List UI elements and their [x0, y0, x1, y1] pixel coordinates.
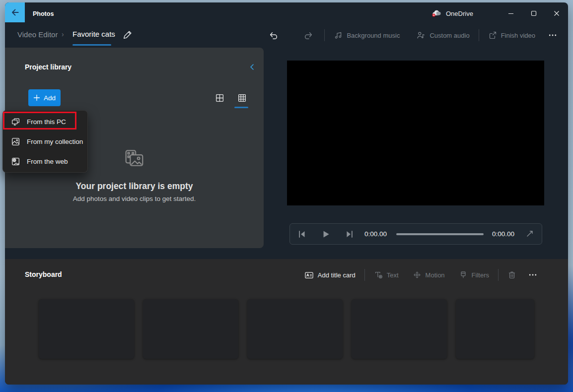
photos-app-window: Photos OneDrive [5, 2, 568, 385]
toolbar-separator [324, 29, 325, 41]
elapsed-time: 0:00.00 [364, 230, 387, 238]
grid-3x3-icon [237, 93, 247, 103]
play-icon [321, 229, 331, 239]
seek-slider[interactable] [396, 233, 484, 235]
add-button-label: Add [44, 94, 56, 102]
breadcrumb-toolbar-row: Video Editor › Favorite cats [5, 24, 568, 46]
background-music-button[interactable]: Background music [332, 28, 402, 43]
fullscreen-button[interactable] [525, 229, 535, 239]
back-arrow-icon [10, 7, 20, 17]
storyboard-more-button[interactable] [525, 267, 540, 282]
delete-button[interactable] [506, 267, 517, 282]
previous-frame-icon [297, 229, 307, 239]
menu-item-label: From my collection [27, 138, 83, 145]
title-card-icon [304, 270, 314, 280]
empty-library-icon [122, 149, 147, 172]
app-title: Photos [33, 10, 54, 17]
small-grid-view-button[interactable] [236, 92, 248, 104]
title-bar: Photos OneDrive [5, 2, 568, 24]
add-title-card-button[interactable]: Add title card [303, 267, 357, 283]
menu-item-from-the-web[interactable]: From the web [3, 151, 87, 171]
empty-library-subtitle: Add photos and video clips to get starte… [5, 195, 264, 202]
storyboard-slot[interactable] [39, 299, 134, 359]
person-audio-icon [417, 31, 426, 40]
view-toggles [214, 92, 248, 104]
pc-icon [11, 117, 20, 127]
add-title-card-label: Add title card [318, 271, 356, 279]
menu-item-from-this-pc[interactable]: From this PC [3, 112, 87, 131]
selected-view-underline [234, 107, 248, 108]
storyboard-toolbar: Add title card Text Motion [303, 266, 540, 284]
storyboard-slot[interactable] [247, 299, 343, 359]
breadcrumb-chevron: › [62, 30, 64, 38]
window-controls [500, 2, 568, 24]
onedrive-cloud-icon [431, 9, 442, 18]
back-button[interactable] [5, 2, 25, 22]
previous-frame-button[interactable] [297, 229, 307, 239]
total-time: 0:00.00 [492, 230, 514, 238]
redo-button[interactable] [302, 28, 315, 43]
collapse-panel-button[interactable] [248, 63, 257, 71]
storyboard-slots [39, 299, 534, 359]
text-label: Text [387, 271, 399, 279]
filters-icon [459, 270, 468, 279]
toolbar-separator [479, 29, 479, 41]
finish-video-label: Finish video [501, 32, 535, 39]
breadcrumb-video-editor[interactable]: Video Editor [17, 30, 58, 39]
filters-label: Filters [472, 271, 489, 279]
storyboard-slot[interactable] [456, 299, 534, 359]
storyboard-slot[interactable] [143, 299, 238, 359]
finish-video-button[interactable]: Finish video [486, 28, 537, 43]
close-button[interactable] [545, 2, 568, 24]
music-note-icon [334, 31, 343, 40]
undo-button[interactable] [267, 28, 280, 43]
menu-item-label: From the web [27, 158, 68, 165]
maximize-button[interactable] [522, 2, 545, 24]
add-button[interactable]: Add [28, 89, 61, 106]
large-grid-view-button[interactable] [214, 92, 225, 104]
add-source-menu: From this PC From my collection From the… [2, 110, 88, 173]
redo-icon [304, 31, 313, 40]
web-icon [11, 157, 20, 166]
play-button[interactable] [321, 229, 331, 239]
menu-item-label: From this PC [27, 118, 66, 126]
grid-2x2-icon [215, 93, 224, 103]
menu-item-from-my-collection[interactable]: From my collection [3, 131, 87, 151]
storyboard-slot[interactable] [352, 299, 447, 359]
undo-icon [269, 31, 278, 40]
video-preview [287, 61, 544, 205]
editor-toolbar: Background music Custom audio Finish vid… [267, 24, 560, 46]
toolbar-separator [364, 269, 365, 281]
project-name[interactable]: Favorite cats [72, 30, 115, 38]
onedrive-button[interactable]: OneDrive [431, 8, 473, 19]
custom-audio-label: Custom audio [430, 32, 469, 39]
onedrive-label: OneDrive [446, 10, 473, 17]
ellipsis-icon [528, 270, 537, 279]
trash-icon [507, 270, 516, 279]
minimize-button[interactable] [500, 2, 522, 24]
empty-library-title: Your project library is empty [5, 181, 264, 192]
storyboard-section: Storyboard Add title card Text Mot [5, 259, 568, 385]
motion-button[interactable]: Motion [412, 267, 446, 282]
project-name-underline [72, 44, 111, 46]
text-icon [374, 270, 383, 279]
background-music-label: Background music [347, 32, 400, 39]
storyboard-title: Storyboard [25, 270, 62, 278]
playback-bar: 0:00.00 0:00.00 [289, 223, 542, 245]
export-icon [488, 31, 497, 40]
project-library-title: Project library [25, 63, 72, 71]
text-button[interactable]: Text [373, 267, 400, 282]
ellipsis-icon [548, 31, 557, 40]
filters-button[interactable]: Filters [458, 267, 490, 282]
next-frame-icon [345, 229, 355, 239]
expand-icon [525, 229, 534, 238]
toolbar-separator [498, 269, 499, 281]
chevron-left-icon [248, 63, 257, 71]
next-frame-button[interactable] [345, 229, 355, 239]
motion-icon [413, 270, 422, 279]
more-options-button[interactable] [545, 28, 560, 43]
motion-label: Motion [426, 271, 445, 279]
plus-icon [33, 94, 40, 101]
rename-pencil-icon[interactable] [122, 29, 133, 40]
custom-audio-button[interactable]: Custom audio [415, 28, 471, 43]
